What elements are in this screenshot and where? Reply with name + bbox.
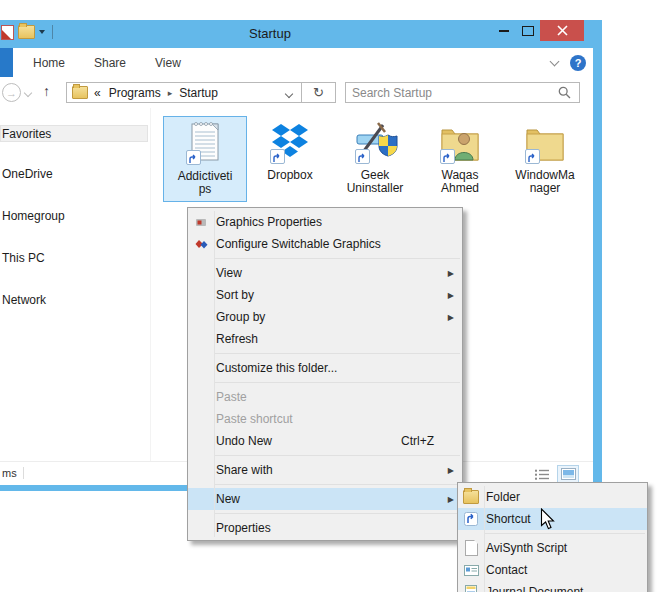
qat-dropdown-icon[interactable]	[39, 30, 45, 34]
menu-item-paste-shortcut: Paste shortcut	[188, 408, 462, 430]
maximize-icon	[522, 26, 534, 36]
submenu-arrow-icon: ▶	[448, 495, 454, 504]
menu-item-graphics-properties[interactable]: Graphics Properties	[188, 211, 462, 233]
titlebar: Startup	[0, 20, 593, 48]
menu-separator	[485, 533, 645, 534]
qat-separator	[52, 25, 53, 39]
help-icon[interactable]: ?	[570, 55, 586, 71]
menu-item-configure-switchable-graphics[interactable]: Configure Switchable Graphics	[188, 233, 462, 255]
new-submenu: Folder Shortcut AviSynth Script Contact …	[457, 482, 648, 592]
file-label: GeekUninstaller	[333, 169, 417, 195]
submenu-item-folder[interactable]: Folder	[458, 486, 647, 508]
address-bar[interactable]: « Programs ▸ Startup	[66, 82, 302, 103]
menu-item-refresh[interactable]: Refresh	[188, 328, 462, 350]
refresh-button[interactable]: ↻	[301, 82, 336, 103]
file-windowmanager[interactable]: WindowManager	[503, 116, 587, 202]
submenu-arrow-icon: ▶	[448, 291, 454, 300]
minimize-icon	[499, 30, 509, 32]
file-waqas-ahmed[interactable]: WaqasAhmed	[418, 116, 502, 202]
breadcrumb-overflow[interactable]: «	[94, 86, 101, 100]
switchable-graphics-icon	[193, 236, 209, 252]
ribbon-expand-icon[interactable]	[550, 56, 560, 66]
status-divider	[23, 467, 24, 479]
file-label: WaqasAhmed	[418, 169, 502, 195]
menu-item-properties[interactable]: Properties	[188, 517, 462, 539]
shortcut-overlay-icon	[525, 149, 540, 164]
file-label: Addictivetips	[164, 170, 246, 196]
submenu-arrow-icon: ▶	[448, 313, 454, 322]
menu-item-customize-this-folder[interactable]: Customize this folder...	[188, 357, 462, 379]
contact-card-icon	[463, 562, 479, 578]
address-dropdown-icon[interactable]	[285, 90, 293, 98]
mouse-cursor	[540, 508, 556, 530]
details-view-button[interactable]	[532, 466, 552, 482]
graphics-properties-icon	[193, 214, 209, 230]
quick-access-toolbar	[0, 23, 53, 41]
menu-gutter-line	[484, 486, 485, 592]
ribbon-tab-bar: Home Share View ?	[0, 48, 593, 78]
shortcut-overlay-icon	[186, 150, 201, 165]
file-geek-uninstaller[interactable]: GeekUninstaller	[333, 116, 417, 202]
menu-item-new[interactable]: New ▶	[188, 488, 462, 510]
folder-icon	[463, 489, 479, 505]
menu-separator	[215, 455, 460, 456]
tab-share[interactable]: Share	[91, 56, 129, 70]
file-dropbox[interactable]: Dropbox	[248, 116, 332, 202]
shortcut-overlay-icon	[270, 149, 285, 164]
menu-item-sort-by[interactable]: Sort by ▶	[188, 284, 462, 306]
menu-separator	[215, 258, 460, 259]
submenu-arrow-icon: ▶	[448, 269, 454, 278]
sidebar-separator	[150, 108, 151, 462]
shortcut-overlay-icon	[440, 149, 455, 164]
maximize-button[interactable]	[516, 20, 540, 41]
search-box	[345, 82, 580, 103]
keyboard-shortcut: Ctrl+Z	[401, 434, 434, 448]
shortcut-overlay-icon	[355, 149, 370, 164]
up-button[interactable]: ↑	[43, 83, 50, 99]
close-button[interactable]	[540, 20, 584, 41]
menu-separator	[215, 353, 460, 354]
menu-item-group-by[interactable]: Group by ▶	[188, 306, 462, 328]
forward-button[interactable]: →	[2, 83, 21, 102]
caption-buttons	[492, 20, 584, 41]
submenu-item-avisynth-script[interactable]: AviSynth Script	[458, 537, 647, 559]
menu-item-paste: Paste	[188, 386, 462, 408]
thumbnail-view-icon	[561, 468, 576, 480]
item-count-text: ms	[2, 467, 17, 479]
submenu-item-contact[interactable]: Contact	[458, 559, 647, 581]
sidebar-item-this-pc[interactable]: This PC	[2, 251, 45, 265]
breadcrumb-programs[interactable]: Programs	[109, 86, 161, 100]
sidebar-item-favorites[interactable]: Favorites	[2, 127, 51, 141]
menu-separator	[215, 382, 460, 383]
file-addictivetips[interactable]: Addictivetips	[163, 116, 247, 202]
menu-item-view[interactable]: View ▶	[188, 262, 462, 284]
sidebar-item-homegroup[interactable]: Homegroup	[2, 209, 65, 223]
menu-item-undo-new[interactable]: Undo New Ctrl+Z	[188, 430, 462, 452]
app-icon	[1, 25, 14, 40]
shortcut-icon	[463, 511, 479, 527]
journal-icon	[463, 584, 479, 592]
file-label: WindowManager	[503, 169, 587, 195]
page-icon	[463, 540, 479, 556]
tab-view[interactable]: View	[152, 56, 184, 70]
window-title: Startup	[190, 26, 350, 41]
breadcrumb-startup[interactable]: Startup	[179, 86, 218, 100]
context-menu: Graphics Properties Configure Switchable…	[187, 207, 463, 541]
file-label: Dropbox	[248, 169, 332, 182]
menu-item-share-with[interactable]: Share with ▶	[188, 459, 462, 481]
file-tab[interactable]	[0, 48, 13, 77]
submenu-item-journal-document[interactable]: Journal Document	[458, 581, 647, 592]
folder-icon	[18, 25, 35, 39]
menu-separator	[215, 484, 460, 485]
thumbnail-view-button[interactable]	[557, 465, 579, 483]
search-input[interactable]	[346, 86, 558, 100]
details-view-icon	[535, 469, 549, 480]
menu-gutter-line	[214, 211, 215, 537]
sidebar-item-network[interactable]: Network	[2, 293, 46, 307]
sidebar-item-onedrive[interactable]: OneDrive	[2, 167, 53, 181]
menu-separator	[215, 513, 460, 514]
minimize-button[interactable]	[492, 20, 516, 41]
recent-locations-icon[interactable]	[24, 89, 32, 97]
submenu-arrow-icon: ▶	[448, 466, 454, 475]
tab-home[interactable]: Home	[30, 56, 68, 70]
